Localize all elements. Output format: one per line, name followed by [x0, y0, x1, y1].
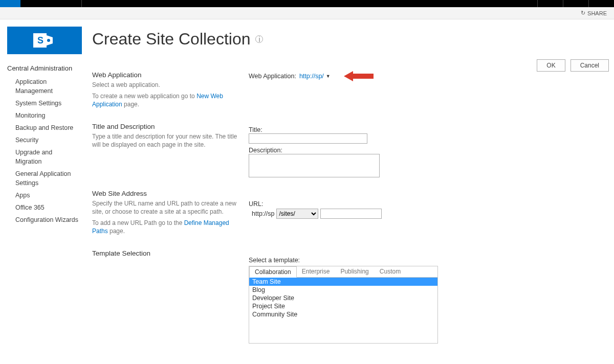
description-row: Description:	[249, 147, 438, 179]
sidebar-item-configuration-wizards[interactable]: Configuration Wizards	[15, 214, 79, 226]
suite-bar-accent	[0, 0, 20, 7]
web-application-dropdown[interactable]: http://sp/ ▼	[299, 73, 331, 80]
url-prefix: http://sp	[252, 210, 274, 217]
section-desc-text: page.	[122, 101, 139, 108]
template-tabs-container: Collaboration Enterprise Publishing Cust…	[249, 266, 438, 344]
sidebar-item-system-settings[interactable]: System Settings	[15, 98, 79, 110]
template-label: Select a template:	[249, 257, 438, 264]
page-title: Create Site Collection	[92, 30, 250, 49]
tab-collaboration[interactable]: Collaboration	[249, 266, 297, 278]
suite-bar-gap	[82, 0, 537, 7]
url-label: URL:	[249, 200, 263, 208]
callout-arrow-icon	[344, 71, 375, 81]
fields-column: Web Application: http://sp/ ▼ Title:	[244, 71, 438, 347]
template-item-developer-site[interactable]: Developer Site	[249, 294, 437, 302]
section-heading: Template Selection	[92, 249, 244, 257]
title-label: Title:	[249, 126, 262, 133]
ok-button[interactable]: OK	[537, 59, 565, 72]
ribbon-bar: ↻ SHARE	[0, 7, 614, 19]
section-desc: Specify the URL name and URL path to cre…	[92, 199, 244, 216]
web-application-row: Web Application: http://sp/ ▼	[249, 71, 438, 81]
web-application-label: Web Application:	[249, 73, 296, 80]
sharepoint-logo: S	[7, 27, 82, 54]
suite-bar	[0, 0, 614, 7]
suite-bar-cell	[563, 0, 588, 7]
description-label: Description:	[249, 147, 282, 154]
tab-publishing[interactable]: Publishing	[335, 266, 374, 277]
sidebar-root[interactable]: Central Administration	[7, 64, 84, 72]
sidebar-item-general-app-settings[interactable]: General Application Settings	[15, 168, 79, 190]
url-row: http://sp /sites/	[249, 209, 438, 219]
section-desc-text: To create a new web application go to	[92, 93, 196, 100]
template-block: Select a template: Collaboration Enterpr…	[249, 257, 438, 344]
section-desc-text: page.	[108, 228, 125, 235]
svg-point-2	[47, 39, 50, 42]
share-icon: ↻	[581, 10, 585, 16]
sidebar-item-application-management[interactable]: Application Management	[15, 76, 79, 98]
sidebar-item-monitoring[interactable]: Monitoring	[15, 110, 79, 122]
section-web-application: Web Application Select a web application…	[92, 71, 244, 108]
svg-text:S: S	[37, 35, 43, 46]
info-icon[interactable]: i	[255, 35, 263, 43]
section-descriptions: Web Application Select a web application…	[92, 71, 244, 347]
url-input[interactable]	[320, 209, 382, 219]
sidebar-item-office-365[interactable]: Office 365	[15, 202, 79, 214]
sidebar-item-backup-and-restore[interactable]: Backup and Restore	[15, 122, 79, 134]
template-item-blog[interactable]: Blog	[249, 286, 437, 294]
section-desc: Type a title and description for your ne…	[92, 132, 244, 149]
chevron-down-icon: ▼	[326, 74, 331, 79]
cancel-button[interactable]: Cancel	[571, 59, 609, 72]
template-tabs: Collaboration Enterprise Publishing Cust…	[249, 266, 437, 278]
sidebar-item-security[interactable]: Security	[15, 134, 79, 147]
description-input[interactable]	[249, 154, 380, 177]
section-desc: To add a new URL Path go to the Define M…	[92, 219, 244, 235]
template-item-team-site[interactable]: Team Site	[249, 278, 437, 286]
left-column: S Central Administration Application Man…	[7, 27, 84, 226]
share-button[interactable]: SHARE	[587, 10, 607, 16]
suite-bar-cell	[537, 0, 563, 7]
web-application-value: http://sp/	[299, 73, 324, 80]
suite-bar-cell	[20, 0, 82, 7]
url-row-outer: URL: http://sp /sites/	[249, 200, 438, 219]
section-title-description: Title and Description Type a title and d…	[92, 123, 244, 149]
section-heading: Web Application	[92, 71, 244, 79]
title-row: Title:	[249, 126, 438, 144]
sidebar-item-upgrade-and-migration[interactable]: Upgrade and Migration	[15, 147, 79, 168]
section-template-selection: Template Selection	[92, 249, 244, 257]
suite-bar-cell	[588, 0, 614, 7]
tab-enterprise[interactable]: Enterprise	[297, 266, 336, 277]
section-desc: Select a web application.	[92, 81, 244, 89]
content-column: Create Site Collection i OK Cancel Web A…	[84, 27, 609, 347]
url-path-select[interactable]: /sites/	[276, 209, 318, 219]
template-list[interactable]: Team Site Blog Developer Site Project Si…	[249, 278, 437, 343]
template-item-project-site[interactable]: Project Site	[249, 302, 437, 310]
title-input[interactable]	[249, 133, 367, 144]
section-heading: Title and Description	[92, 123, 244, 130]
section-web-site-address: Web Site Address Specify the URL name an…	[92, 190, 244, 235]
section-desc: To create a new web application go to Ne…	[92, 92, 244, 108]
svg-marker-3	[344, 71, 374, 81]
sidebar-nav: Application Management System Settings M…	[7, 76, 84, 226]
section-desc-text: To add a new URL Path go to the	[92, 219, 184, 226]
template-item-community-site[interactable]: Community Site	[249, 310, 437, 318]
page-title-row: Create Site Collection i	[92, 30, 609, 49]
action-buttons: OK Cancel	[537, 59, 609, 72]
sidebar-item-apps[interactable]: Apps	[15, 190, 79, 202]
tab-custom[interactable]: Custom	[375, 266, 406, 277]
section-heading: Web Site Address	[92, 190, 244, 197]
